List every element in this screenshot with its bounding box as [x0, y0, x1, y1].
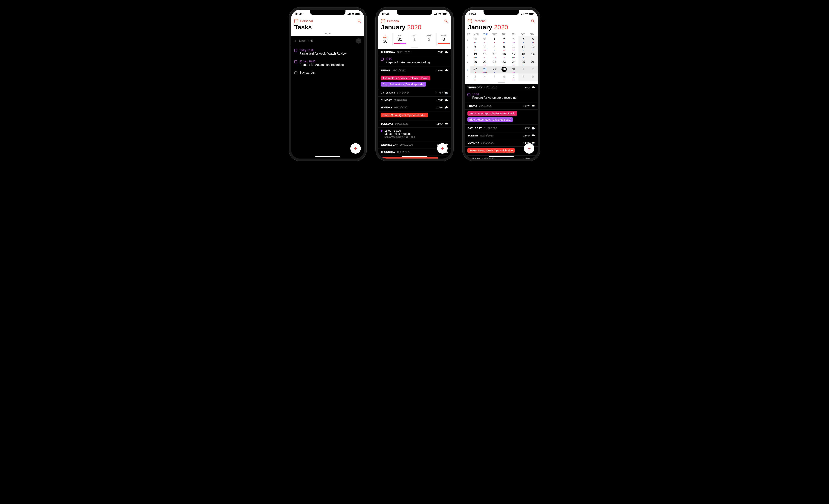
month-day[interactable]: 4	[480, 74, 490, 81]
month-day[interactable]: 5	[528, 36, 538, 44]
month-day[interactable]: 15	[490, 51, 499, 59]
month-day[interactable]: 29	[490, 66, 499, 74]
month-day[interactable]: 30	[499, 66, 509, 74]
day-header[interactable]: FRIDAY 31/01/202013°/7°	[378, 67, 451, 74]
month-day[interactable]: 19	[528, 51, 538, 59]
month-grid[interactable]: 1303112345267891011123131415161718194202…	[465, 36, 538, 81]
more-button[interactable]: •••	[356, 38, 361, 44]
add-button[interactable]: +	[350, 143, 361, 154]
week-day[interactable]: FRI31	[393, 33, 407, 46]
task-title: Prepare for Automators recording	[386, 61, 448, 64]
day-header[interactable]: SUNDAY 02/02/202013°/9°	[378, 96, 451, 104]
month-day[interactable]: 18	[518, 51, 528, 59]
calendar-set-button[interactable]: Personal	[468, 19, 486, 23]
month-day[interactable]: 9	[528, 74, 538, 81]
home-indicator[interactable]	[402, 156, 427, 157]
home-indicator[interactable]	[315, 156, 340, 157]
month-day[interactable]: 2	[528, 66, 538, 74]
event-pill[interactable]: Sweet Setup Quick Tips article due	[381, 113, 428, 117]
month-day[interactable]: 27	[470, 66, 480, 74]
task-item[interactable]: 18:00Prepare for Automators recording	[381, 56, 448, 65]
month-day[interactable]: 5	[490, 74, 499, 81]
week-strip[interactable]: ☑THU30FRI31SAT1SUN2MON3	[378, 33, 451, 46]
week-day[interactable]: SUN2	[422, 33, 437, 46]
event-pill[interactable]: Blog: Automators (David episode)	[467, 117, 513, 122]
day-header[interactable]: MONDAY 03/02/202014°/7°	[378, 104, 451, 111]
svg-point-36	[534, 158, 534, 158]
month-day[interactable]: 31	[509, 66, 518, 74]
drag-handle[interactable]	[498, 82, 505, 83]
event-pill[interactable]: Automators Episode Release - David	[381, 76, 430, 80]
week-day[interactable]: SAT1	[407, 33, 422, 46]
month-day[interactable]: 10	[509, 44, 518, 51]
day-header[interactable]: THURSDAY 30/01/20208°/1°	[465, 84, 538, 91]
month-day[interactable]: 24	[509, 59, 518, 66]
wifi-icon	[352, 13, 355, 15]
month-day[interactable]: 16	[499, 51, 509, 59]
month-day[interactable]: 25	[518, 59, 528, 66]
event-pill[interactable]: Sweet Setup Quick Tips Automation Colu…	[381, 157, 438, 158]
month-day[interactable]: 6	[470, 44, 480, 51]
search-icon[interactable]	[444, 19, 448, 23]
month-day[interactable]: 8	[490, 44, 499, 51]
month-head-cell: SUN	[527, 33, 537, 35]
month-day[interactable]: 6	[499, 74, 509, 81]
month-day[interactable]: 1	[518, 66, 528, 74]
event-item[interactable]: 18:00 - 19:00Mastermind meetinghttps://z…	[381, 128, 448, 139]
task-checkbox[interactable]	[294, 71, 297, 74]
weekday-label: SUN	[422, 34, 436, 37]
task-item[interactable]: Buy carrots	[291, 69, 364, 77]
drag-handle[interactable]	[411, 47, 418, 47]
task-checkbox[interactable]	[294, 49, 297, 52]
add-button[interactable]: +	[437, 143, 447, 154]
month-day[interactable]: 3	[509, 36, 518, 44]
day-header[interactable]: SATURDAY 01/02/202013°/8°	[378, 89, 451, 96]
month-day[interactable]: 23	[499, 59, 509, 66]
event-pill[interactable]: Sweet Setup Quick Tips article due	[467, 148, 515, 153]
month-day[interactable]: 26	[528, 59, 538, 66]
task-checkbox[interactable]	[467, 93, 470, 96]
month-day[interactable]: 30	[470, 36, 480, 44]
week-day[interactable]: MON3	[437, 33, 451, 46]
month-day[interactable]: 31	[480, 36, 490, 44]
day-header[interactable]: TUESDAY 04/02/202011°/3°	[378, 120, 451, 127]
month-day[interactable]: 20	[470, 59, 480, 66]
month-day[interactable]: 8	[518, 74, 528, 81]
search-icon[interactable]	[357, 19, 361, 23]
task-item[interactable]: Today, 21:00Fantastical for Apple Watch …	[291, 46, 364, 57]
day-header[interactable]: THURSDAY 30/01/20208°/1°	[378, 49, 451, 56]
month-day[interactable]: 2	[499, 36, 509, 44]
task-item[interactable]: 30 Jan, 18:00Prepare for Automators reco…	[291, 57, 364, 69]
day-header[interactable]: SUNDAY 02/02/202013°/9°	[465, 132, 538, 139]
search-icon[interactable]	[531, 19, 535, 23]
task-item[interactable]: 18:00Prepare for Automators recording	[467, 92, 535, 100]
event-pill[interactable]: Automators Episode Release - David	[467, 111, 517, 116]
new-task-button[interactable]: + New Task	[294, 39, 313, 43]
expand-handle[interactable]	[291, 33, 364, 36]
month-day[interactable]: 14	[480, 51, 490, 59]
month-day[interactable]: 4	[518, 36, 528, 44]
month-day[interactable]: 28	[480, 66, 490, 74]
svg-line-14	[447, 94, 447, 94]
calendar-set-button[interactable]: Personal	[294, 19, 313, 23]
task-checkbox[interactable]	[381, 58, 384, 61]
home-indicator[interactable]	[489, 156, 514, 157]
day-header[interactable]: FRIDAY 31/01/202013°/7°	[465, 102, 538, 110]
event-pill[interactable]: Blog: Automators (David episode)	[381, 82, 426, 86]
month-day[interactable]: 22	[490, 59, 499, 66]
month-day[interactable]: 7	[480, 44, 490, 51]
day-header[interactable]: SATURDAY 01/02/202013°/8°	[465, 125, 538, 132]
month-day[interactable]: 3	[470, 74, 480, 81]
week-day[interactable]: ☑THU30	[378, 33, 393, 46]
month-day[interactable]: 12	[528, 44, 538, 51]
month-day[interactable]: 21	[480, 59, 490, 66]
month-day[interactable]: 9	[499, 44, 509, 51]
month-day[interactable]: 17	[509, 51, 518, 59]
task-checkbox[interactable]	[294, 60, 297, 63]
calendar-set-button[interactable]: Personal	[381, 19, 400, 23]
month-day[interactable]: 1	[490, 36, 499, 44]
month-day[interactable]: 7	[509, 74, 518, 81]
add-button[interactable]: +	[524, 143, 534, 154]
month-day[interactable]: 13	[470, 51, 480, 59]
month-day[interactable]: 11	[518, 44, 528, 51]
